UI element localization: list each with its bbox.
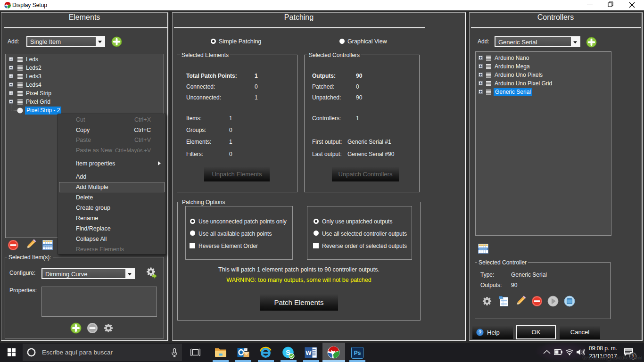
svg-text:W: W	[305, 349, 312, 356]
svg-text:Ps: Ps	[354, 350, 361, 356]
svg-text:?: ?	[479, 329, 482, 335]
